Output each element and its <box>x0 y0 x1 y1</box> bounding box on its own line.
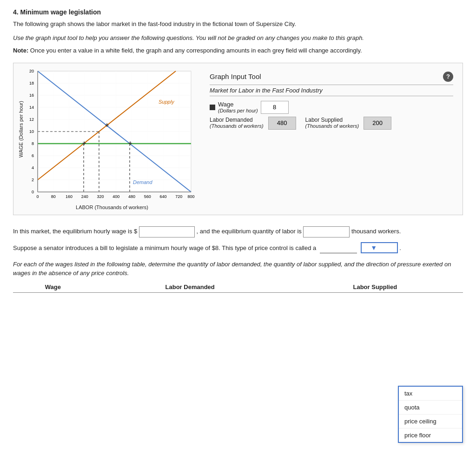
eq-wage-prefix: In this market, the equilibrium hourly w… <box>13 228 137 235</box>
labor-supplied-label: Labor Supplied <box>305 117 359 123</box>
svg-text:6: 6 <box>32 153 34 158</box>
svg-text:640: 640 <box>159 194 166 199</box>
page: 4. Minimum wage legislation The followin… <box>0 0 476 468</box>
supply-label: Supply <box>159 99 175 105</box>
dropdown-arrow: ▼ <box>370 244 377 251</box>
svg-text:800: 800 <box>187 194 194 199</box>
dropdown-item-quota[interactable]: quota <box>399 401 462 415</box>
svg-text:12: 12 <box>29 117 34 122</box>
demand-w8-cross: + <box>128 139 132 147</box>
eq-cross-marker: + <box>105 121 109 129</box>
labor-demanded-block: Labor Demanded (Thousands of workers) <box>210 117 264 129</box>
wage-label-block: Wage (Dollars per hour) <box>218 101 258 113</box>
senator-text: Suppose a senator introduces a bill to l… <box>13 244 316 251</box>
graph-input-panel: Graph Input Tool ? Market for Labor in t… <box>205 69 458 210</box>
svg-text:720: 720 <box>175 194 182 199</box>
svg-text:0: 0 <box>36 194 39 199</box>
period: . <box>399 244 401 251</box>
y-axis-label: WAGE (Dollars per hour) <box>18 69 24 190</box>
supply-w8-cross: + <box>82 139 86 147</box>
svg-text:160: 160 <box>66 194 73 199</box>
svg-text:4: 4 <box>32 165 34 170</box>
svg-text:2: 2 <box>32 178 34 182</box>
labor-demanded-label: Labor Demanded <box>210 117 264 123</box>
dropdown-popup: tax quota price ceiling price floor <box>398 386 463 443</box>
italic-note: Use the graph input tool to help you ans… <box>13 33 463 43</box>
dropdown-item-price-ceiling[interactable]: price ceiling <box>399 415 462 428</box>
market-subtitle: Market for Labor in the Fast Food Indust… <box>210 85 453 96</box>
bold-note-prefix: Note: <box>13 47 28 54</box>
col-wage: Wage <box>13 282 93 293</box>
question-button[interactable]: ? <box>443 72 453 82</box>
eq-qty-answer-input[interactable] <box>303 226 350 237</box>
wage-label: Wage <box>218 101 258 108</box>
chart-svg: 0 2 4 6 8 <box>24 69 196 204</box>
labor-supplied-block: Labor Supplied (Thousands of workers) <box>305 117 359 129</box>
svg-text:320: 320 <box>97 194 104 199</box>
col-labor-demanded: Labor Demanded <box>93 282 287 293</box>
svg-text:400: 400 <box>112 194 119 199</box>
svg-text:0: 0 <box>32 190 34 194</box>
bold-note-text: Once you enter a value in a white field,… <box>30 47 362 54</box>
wage-sublabel: (Dollars per hour) <box>218 108 258 113</box>
price-control-dropdown[interactable]: ▼ <box>361 242 398 253</box>
senator-question: Suppose a senator introduces a bill to l… <box>13 242 463 253</box>
wage-input[interactable] <box>261 101 289 114</box>
bottom-table: Wage Labor Demanded Labor Supplied <box>13 282 463 293</box>
dropdown-container: ▼ <box>361 242 398 253</box>
svg-text:16: 16 <box>29 93 34 98</box>
svg-text:14: 14 <box>29 105 34 110</box>
svg-text:20: 20 <box>29 69 34 73</box>
graph-container: WAGE (Dollars per hour) 0 <box>13 63 463 215</box>
labor-demanded-input[interactable] <box>268 117 296 130</box>
description: The following graph shows the labor mark… <box>13 20 463 29</box>
svg-text:240: 240 <box>81 194 88 199</box>
labor-supplied-sublabel: (Thousands of workers) <box>305 123 359 129</box>
dropdown-item-tax[interactable]: tax <box>399 387 462 401</box>
chart-area: 0 2 4 6 8 <box>24 69 200 210</box>
demand-label: Demand <box>133 179 152 185</box>
labor-demanded-sublabel: (Thousands of workers) <box>210 123 264 129</box>
wage-legend-row: Wage (Dollars per hour) <box>210 101 453 114</box>
wage-legend-color <box>210 105 215 110</box>
git-title: Graph Input Tool ? <box>210 72 453 82</box>
svg-text:18: 18 <box>29 81 34 86</box>
col-labor-supplied: Labor Supplied <box>287 282 463 293</box>
section-title: 4. Minimum wage legislation <box>13 8 463 16</box>
svg-text:80: 80 <box>51 194 56 199</box>
eq-wage-question: In this market, the equilibrium hourly w… <box>13 226 463 237</box>
svg-text:560: 560 <box>144 194 151 199</box>
labor-row: Labor Demanded (Thousands of workers) La… <box>210 117 453 130</box>
chart-with-y-axis: WAGE (Dollars per hour) 0 <box>18 69 200 210</box>
eq-wage-answer-input[interactable] <box>139 226 195 237</box>
bold-note: Note: Once you enter a value in a white … <box>13 46 463 55</box>
dropdown-label <box>365 244 367 251</box>
italic-para: For each of the wages listed in the foll… <box>13 260 463 278</box>
svg-text:480: 480 <box>128 194 135 199</box>
eq-wage-middle: , and the equilibrium quantity of labor … <box>197 228 302 235</box>
labor-supplied-input[interactable] <box>364 117 391 130</box>
dropdown-item-price-floor[interactable]: price floor <box>399 428 462 442</box>
eq-qty-suffix: thousand workers. <box>351 228 401 235</box>
svg-text:10: 10 <box>29 129 34 134</box>
svg-text:8: 8 <box>32 141 34 146</box>
labor-market-chart: 0 2 4 6 8 <box>24 69 196 204</box>
x-axis-label: LABOR (Thousands of workers) <box>24 204 200 210</box>
